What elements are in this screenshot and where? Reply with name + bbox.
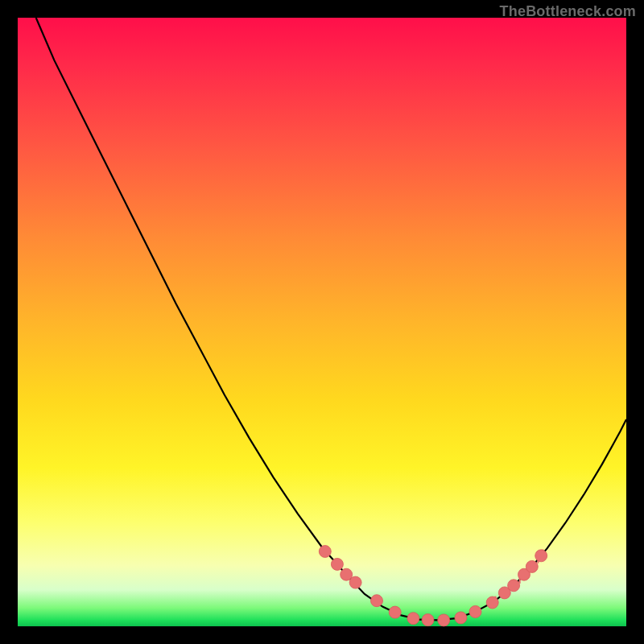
marker-dot <box>331 558 343 570</box>
marker-dot <box>319 546 331 558</box>
watermark-text: TheBottleneck.com <box>500 3 636 20</box>
marker-dot <box>349 576 361 588</box>
bottleneck-curve <box>36 18 626 620</box>
marker-dot <box>407 613 419 625</box>
plot-area <box>18 18 626 626</box>
marker-dot <box>469 605 481 617</box>
marker-dot <box>526 560 538 572</box>
marker-dot <box>389 606 401 618</box>
chart-frame: TheBottleneck.com <box>0 0 644 644</box>
marker-dot <box>535 550 547 562</box>
marker-dot <box>422 614 434 626</box>
marker-dot <box>508 580 520 592</box>
marker-dots <box>319 546 547 626</box>
curve-svg <box>18 18 626 626</box>
marker-dot <box>455 612 467 624</box>
marker-dot <box>371 595 383 607</box>
marker-dot <box>438 614 450 626</box>
marker-dot <box>486 597 498 609</box>
